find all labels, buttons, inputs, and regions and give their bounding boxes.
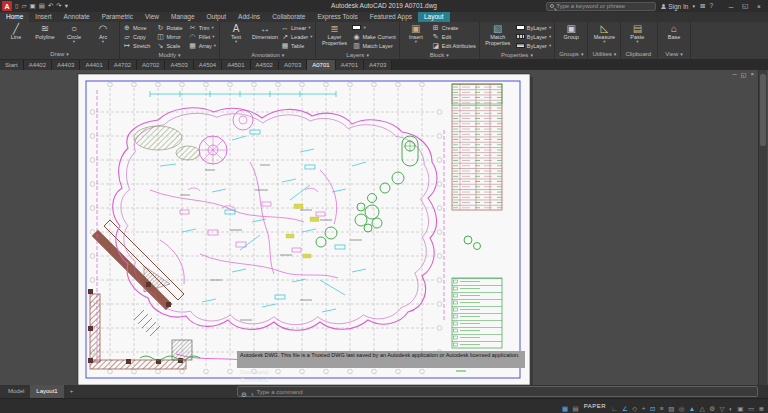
layout1-tab[interactable]: Layout1 xyxy=(30,385,63,398)
polar-tracking-icon[interactable]: ∠ xyxy=(622,405,628,412)
tab-layout[interactable]: Layout xyxy=(418,12,450,22)
osnap-tracking-icon[interactable]: + xyxy=(642,405,646,412)
edit-attributes-button[interactable]: ◪ Edit Attributes xyxy=(432,41,476,50)
lineweight-icon[interactable]: ≡ xyxy=(660,405,664,412)
file-tab-a4403[interactable]: A4403 xyxy=(52,60,80,70)
snap-icon[interactable]: ▤ xyxy=(573,405,579,412)
file-tab-a4401[interactable]: A4401 xyxy=(80,60,108,70)
new-file-icon[interactable]: ▯ xyxy=(15,2,19,10)
leader-button[interactable]: ↗ Leader ▾ xyxy=(281,32,312,41)
file-tab-a4702[interactable]: A4702 xyxy=(109,60,137,70)
undo-icon[interactable]: ↶ xyxy=(48,2,53,10)
search-input[interactable] xyxy=(556,3,652,9)
tab-home[interactable]: Home xyxy=(0,12,29,22)
file-tab-a4703[interactable]: A4703 xyxy=(364,60,392,70)
match-properties-button[interactable]: ▧ Match Properties xyxy=(483,23,513,46)
line-button[interactable]: ╱ Line xyxy=(3,23,29,40)
rotate-button[interactable]: ↻ Rotate xyxy=(156,23,184,32)
linear-button[interactable]: ↔ Linear ▾ xyxy=(281,23,312,32)
restore-icon[interactable]: ◱ xyxy=(738,0,752,12)
viewport-restore-icon[interactable]: ◱ xyxy=(741,71,747,78)
layer-select[interactable]: ▾ xyxy=(352,23,395,32)
grid-icon[interactable]: ▦ xyxy=(562,405,568,412)
new-layout-button[interactable]: + xyxy=(64,385,80,398)
selection-cycling-icon[interactable]: ◎ xyxy=(679,405,685,412)
isodraft-icon[interactable]: ◇ xyxy=(632,405,637,412)
exchange-apps-icon[interactable]: ⊠ xyxy=(700,2,705,10)
file-tab-start[interactable]: Start xyxy=(0,60,24,70)
match-layer-button[interactable]: ▥ Match Layer xyxy=(352,41,395,50)
command-prompt-icon[interactable]: › xyxy=(251,391,253,398)
command-customize-icon[interactable]: ⚙ xyxy=(241,391,247,398)
polyline-button[interactable]: ≋ Polyline xyxy=(32,23,58,40)
viewport-minimize-icon[interactable]: ─ xyxy=(733,71,737,78)
edit-block-button[interactable]: ✎ Edit xyxy=(432,32,476,41)
panel-label-block[interactable]: Block▾ xyxy=(400,51,479,60)
annotation-monitor-icon[interactable]: ▽ xyxy=(719,405,724,412)
panel-label-properties[interactable]: Properties▾ xyxy=(480,51,554,60)
file-tab-a0701[interactable]: A0701 xyxy=(307,60,335,70)
linetype-select[interactable]: ByLayer ▾ xyxy=(516,32,551,41)
osnap-icon[interactable]: ⊡ xyxy=(650,405,655,412)
annotation-scale-icon[interactable]: △ xyxy=(700,405,705,412)
command-input[interactable] xyxy=(256,389,754,395)
site-plan-drawing[interactable] xyxy=(0,70,768,385)
help-icon[interactable]: ? xyxy=(709,2,713,10)
insert-button[interactable]: ▣ Insert ▾ xyxy=(403,23,429,44)
circle-button[interactable]: ○ Circle ▾ xyxy=(61,23,87,44)
clean-screen-icon[interactable]: ▭ xyxy=(748,405,754,412)
panel-label-layers[interactable]: Layers▾ xyxy=(316,51,398,60)
scale-button[interactable]: ↘ Scale xyxy=(156,41,184,50)
measure-button[interactable]: ◺ Measure ▾ xyxy=(591,23,617,44)
panel-label-modify[interactable]: Modify▾ xyxy=(120,51,219,60)
scrollbar-thumb[interactable] xyxy=(760,74,766,146)
copy-button[interactable]: ▱ Copy xyxy=(123,32,152,41)
redo-icon[interactable]: ↷ xyxy=(56,2,61,10)
tab-view[interactable]: View xyxy=(139,12,165,22)
model-tab[interactable]: Model xyxy=(2,385,30,398)
tab-output[interactable]: Output xyxy=(201,12,233,22)
layer-properties-button[interactable]: ≣ Layer Properties xyxy=(319,23,349,46)
qat-dropdown-icon[interactable]: ▾ xyxy=(65,2,68,10)
panel-label-groups[interactable]: Groups▾ xyxy=(555,50,587,59)
sign-in-button[interactable]: Sign In ▾ xyxy=(661,3,695,10)
tab-express-tools[interactable]: Express Tools xyxy=(311,12,363,22)
file-tab-a4701[interactable]: A4701 xyxy=(336,60,364,70)
tab-addins[interactable]: Add-ins xyxy=(232,12,266,22)
array-button[interactable]: ▦ Array ▾ xyxy=(189,41,216,50)
tab-annotate[interactable]: Annotate xyxy=(58,12,96,22)
file-tab-a4503[interactable]: A4503 xyxy=(165,60,193,70)
panel-label-utilities[interactable]: Utilities▾ xyxy=(588,50,620,59)
file-tab-a4502[interactable]: A4502 xyxy=(251,60,279,70)
viewport-close-icon[interactable]: × xyxy=(750,71,754,78)
open-file-icon[interactable]: ▱ xyxy=(22,2,27,10)
annotation-visibility-icon[interactable]: ▲ xyxy=(689,405,695,412)
move-button[interactable]: ⊕ Move xyxy=(123,23,152,32)
group-button[interactable]: ▣ Group xyxy=(558,23,584,40)
panel-label-clipboard[interactable]: Clipboard xyxy=(621,50,657,59)
vertical-scrollbar[interactable] xyxy=(758,70,767,385)
tab-parametric[interactable]: Parametric xyxy=(96,12,139,22)
file-tab-a4402[interactable]: A4402 xyxy=(24,60,52,70)
plot-icon[interactable]: ▤ xyxy=(39,2,45,10)
table-button[interactable]: ▦ Table xyxy=(281,41,312,50)
autocad-logo[interactable]: A xyxy=(2,1,12,11)
close-icon[interactable]: × xyxy=(752,0,766,12)
tab-insert[interactable]: Insert xyxy=(29,12,57,22)
dimension-button[interactable]: ↔ Dimension xyxy=(252,23,278,40)
isolate-objects-icon[interactable]: ◐ xyxy=(729,405,733,412)
panel-label-view[interactable]: View▾ xyxy=(658,50,690,59)
ortho-icon[interactable]: ∟ xyxy=(611,405,617,412)
save-icon[interactable]: ▣ xyxy=(30,2,36,10)
transparency-icon[interactable]: ▨ xyxy=(668,405,674,412)
tab-manage[interactable]: Manage xyxy=(165,12,201,22)
lineweight-select[interactable]: ByLayer ▾ xyxy=(516,41,551,50)
create-block-button[interactable]: ⊞ Create xyxy=(432,23,476,32)
make-current-button[interactable]: ◉ Make Current xyxy=(352,32,395,41)
tab-featured-apps[interactable]: Featured Apps xyxy=(364,12,418,22)
file-tab-a0702[interactable]: A0702 xyxy=(137,60,165,70)
customize-icon[interactable]: ≣ xyxy=(759,405,764,412)
minimize-icon[interactable]: ─ xyxy=(724,0,738,12)
tab-collaborate[interactable]: Collaborate xyxy=(266,12,311,22)
graphics-performance-icon[interactable]: ▣ xyxy=(737,405,743,412)
